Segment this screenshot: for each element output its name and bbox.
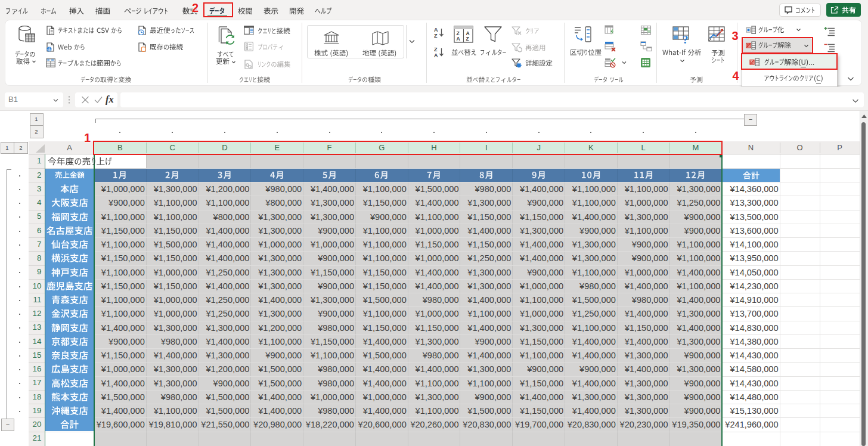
svg-text:A: A [434,27,438,33]
svg-text:A: A [466,30,470,36]
svg-text:A: A [434,52,438,58]
svg-text:Z: Z [457,30,460,36]
svg-text:Z: Z [466,36,469,42]
svg-text:?: ? [683,33,689,44]
svg-text:A: A [457,36,460,42]
svg-text:Z: Z [434,33,438,39]
svg-text:Z: Z [434,47,438,52]
